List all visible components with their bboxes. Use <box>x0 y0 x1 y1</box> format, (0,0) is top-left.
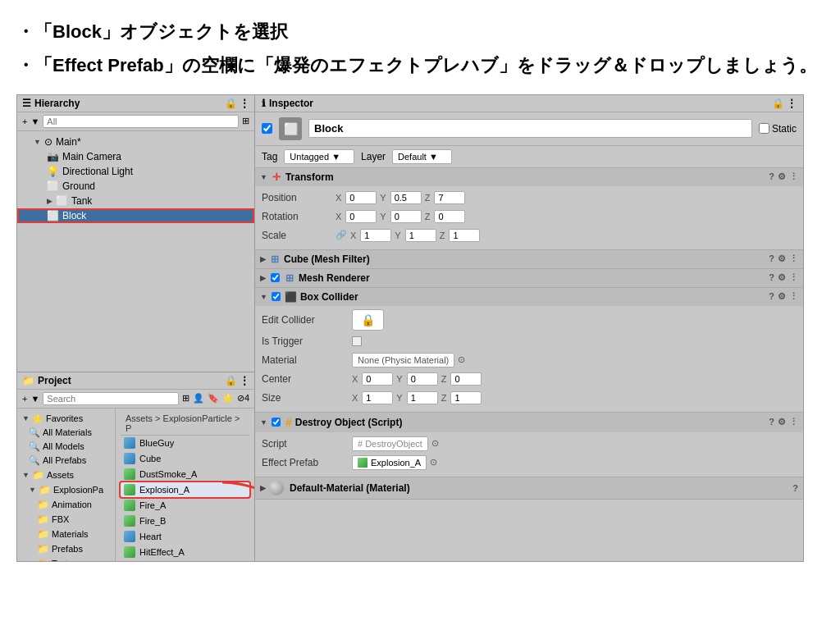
inspector-title-area: ℹ Inspector <box>262 98 313 109</box>
meshrenderer-checkbox <box>269 272 281 284</box>
sidebar-assets[interactable]: 📁 Assets <box>17 468 115 482</box>
meshrenderer-settings-icon[interactable]: ⚙ <box>778 272 786 283</box>
asset-fire-b[interactable]: Fire_B <box>121 514 249 528</box>
rot-z-input[interactable] <box>434 210 465 223</box>
light-icon: 💡 <box>47 166 59 177</box>
tree-item-camera[interactable]: 📷 Main Camera <box>17 149 254 164</box>
edit-collider-button[interactable]: 🔒 <box>352 309 384 331</box>
sidebar-textures[interactable]: 📁 Textures <box>17 556 115 561</box>
transform-settings-icon[interactable]: ⚙ <box>778 171 786 182</box>
boxcollider-more-icon[interactable]: ⋮ <box>789 291 798 302</box>
center-z-input[interactable] <box>450 372 482 386</box>
pos-y-input[interactable] <box>390 191 422 204</box>
asset-fire-a[interactable]: Fire_A <box>121 498 249 513</box>
sidebar-fbx[interactable]: 📁 FBX <box>17 512 115 527</box>
hierarchy-toolbar[interactable]: + ▼ ⊞ <box>17 112 254 131</box>
box-collider-header[interactable]: ⬛ Box Collider ? ⚙ ⋮ <box>255 288 803 306</box>
scale-z-input[interactable] <box>449 229 480 242</box>
scale-x-input[interactable] <box>360 229 391 242</box>
expand-arrow-main <box>34 138 41 146</box>
scale-y-input[interactable] <box>405 229 436 242</box>
layer-dropdown[interactable]: Default ▼ <box>392 149 452 164</box>
transform-more-icon[interactable]: ⋮ <box>789 171 798 182</box>
meshfilter-more-icon[interactable]: ⋮ <box>789 253 798 264</box>
proj-add-button[interactable]: + <box>22 394 27 404</box>
pos-z-input[interactable] <box>434 191 465 204</box>
center-x-input[interactable] <box>362 372 393 386</box>
default-material-header[interactable]: Default-Material (Material) ? <box>255 477 803 499</box>
script-pick-icon[interactable]: ⊙ <box>431 438 439 449</box>
asset-cube[interactable]: Cube <box>121 451 249 466</box>
default-material-component: Default-Material (Material) ? <box>255 477 803 500</box>
sidebar-animation[interactable]: 📁 Animation <box>17 497 115 512</box>
tree-item-light[interactable]: 💡 Directional Light <box>17 164 254 179</box>
active-checkbox[interactable] <box>262 123 272 134</box>
sidebar-materials[interactable]: 📁 Materials <box>17 527 115 541</box>
asset-hiteffect-b[interactable]: HitEffect_B <box>121 560 249 561</box>
default-material-label: Default-Material (Material) <box>290 482 410 494</box>
pos-x-input[interactable] <box>345 191 377 204</box>
tree-item-ground[interactable]: ⬜ Ground <box>17 179 254 194</box>
project-search[interactable] <box>43 392 179 405</box>
asset-explosion-a[interactable]: Explosion_A <box>121 482 249 497</box>
gameobject-icon: ⬜ <box>279 117 302 140</box>
material-pick-icon[interactable]: ⊙ <box>458 354 465 365</box>
arrow-icon: ▼ <box>30 116 39 126</box>
transform-header[interactable]: ✛ Transform ? ⚙ ⋮ <box>255 168 803 186</box>
meshrenderer-help-icon[interactable]: ? <box>769 272 774 283</box>
boxcollider-help-icon[interactable]: ? <box>769 291 774 302</box>
sidebar-all-models[interactable]: 🔍 All Models <box>17 440 115 454</box>
add-button[interactable]: + <box>22 116 27 126</box>
tree-item-block[interactable]: ⬜ Block <box>17 208 254 223</box>
asset-heart[interactable]: Heart <box>121 529 249 544</box>
destroyobj-more-icon[interactable]: ⋮ <box>789 417 798 427</box>
rot-x-input[interactable] <box>345 210 377 223</box>
mesh-filter-header[interactable]: ⊞ Cube (Mesh Filter) ? ⚙ ⋮ <box>255 250 803 268</box>
proj-icon3[interactable]: 🔖 <box>208 393 219 404</box>
effect-prefab-pick-icon[interactable]: ⊙ <box>430 457 437 468</box>
effect-prefab-label: Effect Prefab <box>262 457 352 468</box>
asset-blueguy[interactable]: BlueGuy <box>121 436 249 450</box>
defmat-help-icon[interactable]: ? <box>792 483 798 493</box>
boxcollider-active[interactable] <box>272 292 281 301</box>
gameobject-name-field[interactable] <box>308 119 752 138</box>
boxcollider-settings-icon[interactable]: ⚙ <box>778 291 786 302</box>
sidebar-explosionpa[interactable]: 📁 ExplosionPa <box>17 482 115 497</box>
proj-icon2[interactable]: 👤 <box>193 393 204 404</box>
hierarchy-search[interactable] <box>43 115 239 128</box>
is-trigger-checkbox[interactable] <box>352 336 362 346</box>
sidebar-all-materials[interactable]: 🔍 All Materials <box>17 426 115 440</box>
tag-dropdown[interactable]: Untagged ▼ <box>284 149 354 164</box>
proj-icon1[interactable]: ⊞ <box>182 393 189 404</box>
rot-y-input[interactable] <box>390 210 422 223</box>
asset-grid: BlueGuy Cube DustSmoke_A Explosion_ <box>121 436 249 561</box>
project-toolbar[interactable]: + ▼ ⊞ 👤 🔖 ⭐ ⊘4 <box>17 390 254 409</box>
proj-icon4[interactable]: ⭐ <box>222 393 234 404</box>
size-z-input[interactable] <box>450 391 482 404</box>
center-y-input[interactable] <box>407 372 438 386</box>
mesh-renderer-component: ⊞ Mesh Renderer ? ⚙ ⋮ <box>255 269 803 288</box>
meshrenderer-more-icon[interactable]: ⋮ <box>789 272 798 283</box>
meshrenderer-active[interactable] <box>271 273 280 282</box>
search-options-icon[interactable]: ⊞ <box>242 116 249 126</box>
static-checkbox[interactable] <box>759 123 769 134</box>
asset-dustsmoke[interactable]: DustSmoke_A <box>121 467 249 482</box>
destroy-object-header[interactable]: # Destroy Object (Script) ? ⚙ ⋮ <box>255 413 803 432</box>
destroyobj-active[interactable] <box>272 418 281 427</box>
mesh-renderer-header[interactable]: ⊞ Mesh Renderer ? ⚙ ⋮ <box>255 269 803 287</box>
project-title: Project <box>38 375 71 386</box>
destroyobj-settings-icon[interactable]: ⚙ <box>778 417 786 427</box>
sidebar-all-prefabs[interactable]: 🔍 All Prefabs <box>17 454 115 468</box>
tree-item-tank[interactable]: ⬜ Tank <box>17 194 254 208</box>
proj-icon5[interactable]: ⊘4 <box>237 393 249 404</box>
meshfilter-help-icon[interactable]: ? <box>769 253 774 264</box>
size-x-input[interactable] <box>362 391 393 404</box>
tree-item-main[interactable]: ⊙ Main* <box>17 135 254 149</box>
meshfilter-settings-icon[interactable]: ⚙ <box>778 253 786 264</box>
destroyobj-help-icon[interactable]: ? <box>769 417 774 427</box>
asset-hiteffect-a[interactable]: HitEffect_A <box>121 545 249 559</box>
size-y-input[interactable] <box>407 391 438 404</box>
sidebar-prefabs[interactable]: 📁 Prefabs <box>17 541 115 556</box>
transform-help-icon[interactable]: ? <box>769 171 774 182</box>
sidebar-favorites[interactable]: ⭐ Favorites <box>17 412 115 426</box>
